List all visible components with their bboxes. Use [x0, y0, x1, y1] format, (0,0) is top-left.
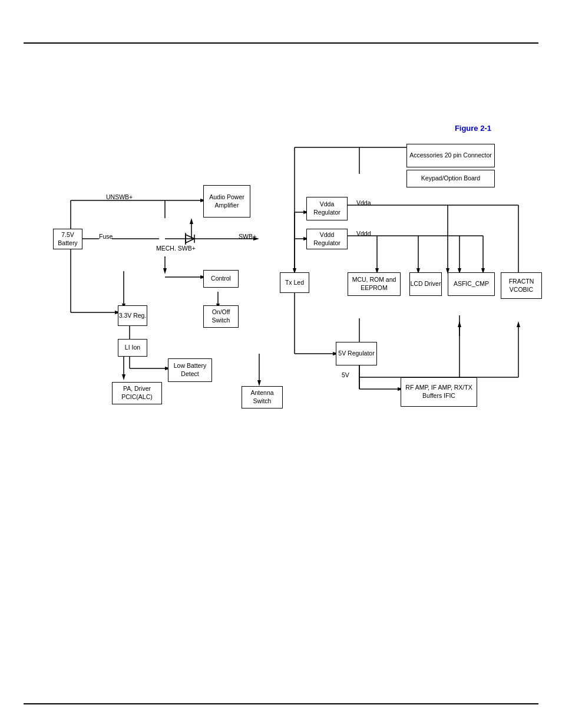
- battery-block: 7.5V Battery: [53, 229, 82, 249]
- svg-marker-41: [163, 268, 167, 274]
- reg5v-block: 5V Regulator: [336, 342, 377, 365]
- figure-label: Figure 2-1: [455, 124, 491, 133]
- low-battery-block: Low Battery Detect: [168, 358, 212, 382]
- accessories-block: Accessories 20 pin Connector: [406, 144, 495, 167]
- antenna-sw-block: Antenna Switch: [242, 386, 283, 409]
- rf-amp-block: RF AMP, IF AMP, RX/TX Buffers IFIC: [401, 377, 477, 407]
- vddd-reg-block: Vddd Regulator: [306, 229, 348, 249]
- swb-label: SWB+: [239, 233, 256, 240]
- li-ion-block: LI Ion: [118, 339, 147, 357]
- svg-marker-78: [190, 218, 193, 224]
- svg-marker-72: [517, 321, 520, 327]
- onoff-switch-block: On/Off Switch: [203, 305, 239, 328]
- keypad-block: Keypad/Option Board: [406, 170, 495, 187]
- vdda-reg-block: Vdda Regulator: [306, 197, 348, 220]
- control-block: Control: [203, 270, 239, 288]
- svg-marker-69: [458, 321, 461, 327]
- svg-marker-55: [122, 374, 125, 380]
- pa-driver-block: PA, Driver PCIC(ALC): [112, 382, 162, 404]
- top-rule: [24, 42, 538, 44]
- vddd-label: Vddd: [356, 230, 371, 237]
- mcu-rom-block: MCU, ROM and EEPROM: [348, 272, 401, 296]
- fuse-label: Fuse: [99, 233, 113, 240]
- asfic-cmp-block: ASFIC_CMP: [448, 272, 495, 296]
- unswb-label: UNSWB+: [106, 193, 133, 200]
- reg33-block: 3.3V Reg.: [118, 305, 147, 326]
- mech-swb-label: MECH. SWB+: [156, 245, 196, 252]
- audio-amp-block: Audio Power Amplifier: [203, 185, 250, 218]
- diagram-container: UNSWB+ Audio Power Amplifier Accessories…: [35, 141, 530, 424]
- 5v-label: 5V: [342, 371, 349, 378]
- fractn-block: FRACTN VCOBIC: [501, 272, 542, 299]
- tx-led-block: Tx Led: [280, 272, 309, 293]
- bottom-rule: [24, 703, 538, 704]
- vdda-label: Vdda: [356, 199, 371, 206]
- svg-marker-74: [257, 380, 261, 386]
- lcd-driver-block: LCD Driver: [409, 272, 442, 296]
